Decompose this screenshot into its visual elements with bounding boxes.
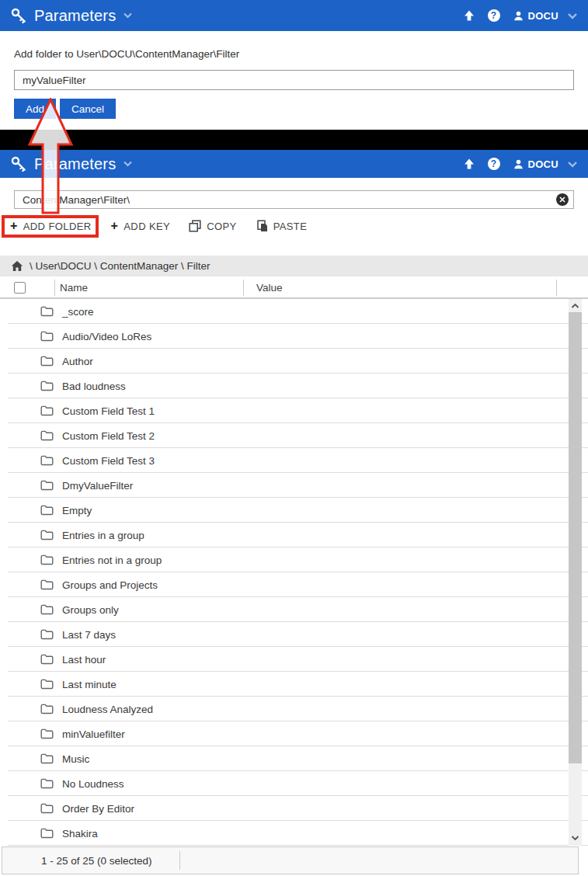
clear-search-icon[interactable] — [556, 193, 569, 206]
user-name: DOCU — [528, 10, 558, 22]
table-row[interactable]: _score — [0, 299, 588, 324]
add-folder-button[interactable]: + ADD FOLDER — [10, 221, 92, 232]
table-row[interactable]: Custom Field Test 1 — [0, 398, 588, 423]
table-row[interactable]: Groups and Projects — [0, 572, 588, 597]
add-folder-form: Add folder to User\DOCU\ContentManager\F… — [0, 31, 588, 130]
table-row[interactable]: minValuefilter — [0, 721, 588, 746]
table-row[interactable]: Last 7 days — [0, 622, 588, 647]
upload-icon[interactable] — [463, 9, 475, 22]
table-row[interactable]: Custom Field Test 3 — [0, 448, 588, 473]
table-row[interactable]: Entries not in a group — [0, 548, 588, 572]
path-search-input[interactable] — [14, 190, 574, 209]
table-row[interactable]: Entries in a group — [0, 523, 588, 548]
folder-icon — [40, 480, 54, 491]
paste-label: PASTE — [273, 221, 308, 232]
table-row[interactable]: Music — [0, 746, 588, 771]
toolbar: + ADD FOLDER + ADD KEY COPY PASTE — [0, 214, 588, 238]
add-folder-label: ADD FOLDER — [23, 221, 92, 232]
table-row[interactable]: Author — [0, 349, 588, 374]
folder-row-label: Entries not in a group — [62, 554, 162, 566]
breadcrumb[interactable]: \ User\DOCU \ ContentManager \ Filter — [0, 255, 588, 276]
home-icon[interactable] — [11, 260, 23, 272]
folder-row-label: Audio/Video LoRes — [62, 331, 151, 342]
cancel-button[interactable]: Cancel — [60, 99, 116, 119]
table-row[interactable]: Last minute — [0, 672, 588, 697]
folder-row-label: Custom Field Test 2 — [62, 430, 155, 442]
table-row[interactable]: Empty — [0, 498, 588, 523]
folder-icon — [40, 554, 54, 565]
paste-button[interactable]: PASTE — [256, 220, 308, 232]
folder-icon — [40, 629, 54, 640]
add-key-button[interactable]: + ADD KEY — [111, 221, 171, 232]
table-row[interactable]: No Loudness — [0, 771, 588, 796]
folder-row-label: Bad loudness — [62, 381, 126, 392]
folder-row-label: minValuefilter — [62, 728, 125, 740]
add-folder-prompt: Add folder to User\DOCU\ContentManager\F… — [14, 48, 574, 61]
scroll-up-icon[interactable] — [569, 299, 582, 312]
help-icon[interactable]: ? — [488, 158, 500, 170]
folder-icon — [40, 430, 54, 441]
screenshot-composite: Parameters ? DOCU Add folder to User\DOC… — [0, 0, 588, 876]
footer-divider — [179, 851, 180, 870]
folder-row-label: No Loudness — [62, 778, 124, 790]
copy-label: COPY — [207, 221, 236, 232]
folder-icon — [40, 381, 54, 391]
scroll-down-icon[interactable] — [569, 831, 582, 844]
folder-row-label: Groups only — [62, 604, 119, 616]
add-key-label: ADD KEY — [124, 221, 170, 232]
folder-icon — [40, 803, 54, 814]
page-title: Parameters — [34, 155, 116, 173]
folder-row-label: Shakira — [62, 828, 98, 840]
column-header-name[interactable]: Name — [60, 282, 88, 294]
folder-icon — [40, 704, 54, 714]
chevron-down-icon — [567, 160, 578, 169]
table-row[interactable]: Order By Editor — [0, 796, 588, 821]
folder-row-label: Custom Field Test 3 — [62, 455, 155, 467]
help-icon[interactable]: ? — [488, 9, 500, 22]
user-menu[interactable]: DOCU — [513, 158, 578, 170]
user-icon — [513, 158, 524, 170]
annotation-highlight-box: + ADD FOLDER — [2, 215, 99, 238]
user-name: DOCU — [528, 158, 558, 170]
folder-icon — [40, 530, 54, 541]
add-button[interactable]: Add — [14, 99, 56, 119]
folder-icon — [40, 604, 54, 615]
folder-row-label: _score — [62, 306, 94, 318]
table-row[interactable]: Last hour — [0, 647, 588, 672]
table-row[interactable]: Shakira — [0, 821, 588, 846]
folder-icon — [40, 356, 54, 367]
folder-icon — [40, 778, 54, 789]
folder-icon — [40, 679, 54, 690]
table-body: _score Audio/Video LoRes Author Bad loud… — [0, 299, 588, 846]
scrollbar-thumb[interactable] — [569, 312, 582, 763]
column-divider — [556, 280, 557, 296]
folder-icon — [40, 331, 54, 342]
table-row[interactable]: Loudness Analyzed — [0, 697, 588, 721]
table-header: Name Value — [0, 278, 588, 299]
table-row[interactable]: Custom Field Test 2 — [0, 423, 588, 448]
chevron-down-icon[interactable] — [123, 12, 133, 19]
folder-icon — [40, 728, 54, 739]
column-header-value[interactable]: Value — [256, 282, 283, 294]
table-footer: 1 - 25 of 25 (0 selected) — [2, 846, 579, 874]
table-row[interactable]: Audio/Video LoRes — [0, 324, 588, 349]
folder-row-label: Entries in a group — [62, 530, 144, 541]
table-row[interactable]: Groups only — [0, 597, 588, 622]
key-icon — [10, 7, 27, 24]
vertical-scrollbar[interactable] — [569, 299, 582, 846]
app-header: Parameters ? DOCU — [0, 150, 588, 178]
folder-row-label: DmyValueFilter — [62, 480, 133, 492]
folder-row-label: Last hour — [62, 654, 106, 666]
folder-row-label: Order By Editor — [62, 803, 134, 815]
folder-icon — [40, 306, 54, 317]
page-title: Parameters — [34, 7, 116, 25]
folder-name-input[interactable] — [14, 70, 574, 90]
upload-icon[interactable] — [463, 158, 475, 170]
copy-button[interactable]: COPY — [189, 220, 236, 232]
table-row[interactable]: Bad loudness — [0, 374, 588, 398]
table-row[interactable]: DmyValueFilter — [0, 473, 588, 498]
select-all-checkbox[interactable] — [14, 282, 26, 294]
user-menu[interactable]: DOCU — [513, 10, 578, 22]
chevron-down-icon[interactable] — [123, 160, 133, 168]
folder-icon — [40, 654, 54, 665]
